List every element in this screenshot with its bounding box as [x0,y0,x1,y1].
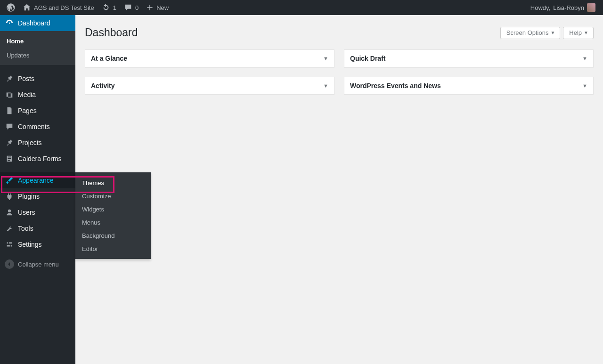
home-icon [23,3,31,12]
panel-quick-draft: Quick Draft ▼ [344,49,594,67]
panel-events-news: WordPress Events and News ▼ [344,77,594,95]
help-button[interactable]: Help ▼ [563,27,594,39]
panel-header[interactable]: Quick Draft ▼ [344,50,593,67]
panel-header[interactable]: Activity ▼ [85,77,334,94]
panel-at-a-glance: At a Glance ▼ [85,49,334,67]
sidebar-item-label: Media [18,91,36,98]
dashboard-icon [5,18,14,28]
new-content-menu[interactable]: New [142,0,172,15]
panel-header[interactable]: At a Glance ▼ [85,50,334,67]
panel-toggle-icon[interactable]: ▼ [323,83,328,89]
panel-header[interactable]: WordPress Events and News ▼ [344,77,593,94]
caret-down-icon: ▼ [550,30,555,35]
comment-icon [124,3,132,12]
sidebar-item-media[interactable]: Media [0,87,75,103]
submenu-item-home[interactable]: Home [0,34,75,48]
menu-separator [0,65,75,71]
sidebar-item-pages[interactable]: Pages [0,103,75,104]
user-name: Lisa-Robyn [553,4,584,11]
plus-icon [146,4,154,11]
updates-count: 1 [113,4,116,11]
page-title: Dashboard [85,26,138,39]
dashboard-panels: At a Glance ▼ Activity ▼ Quick Draft ▼ [85,49,594,95]
wp-logo-menu[interactable] [3,0,19,15]
content-inner: Dashboard Screen Options ▼ Help ▼ At a G… [75,15,603,104]
sidebar-item-posts[interactable]: Posts [0,71,75,87]
site-name-menu[interactable]: AGS and DS Test Site [19,0,98,15]
panel-title: WordPress Events and News [350,82,441,89]
panel-toggle-icon[interactable]: ▼ [582,56,587,61]
site-name-label: AGS and DS Test Site [34,4,94,11]
admin-sidebar: Dashboard Home Updates Posts Media Pages… [0,15,75,104]
sidebar-item-label: Posts [18,75,34,82]
my-account-menu[interactable]: Howdy, Lisa-Robyn [527,0,599,15]
howdy-prefix: Howdy, [530,4,550,11]
content-area: Dashboard Screen Options ▼ Help ▼ At a G… [75,0,603,104]
media-icon [5,90,14,99]
admin-bar-right: Howdy, Lisa-Robyn [527,0,599,15]
panel-column-left: At a Glance ▼ Activity ▼ [85,49,334,95]
sidebar-item-dashboard[interactable]: Dashboard [0,15,75,31]
screen-options-button[interactable]: Screen Options ▼ [500,27,561,39]
admin-bar-left: AGS and DS Test Site 1 0 New [3,0,172,15]
heading-row: Dashboard Screen Options ▼ Help ▼ [85,20,594,46]
top-buttons: Screen Options ▼ Help ▼ [500,27,594,39]
refresh-icon [102,3,110,12]
sidebar-item-label: Dashboard [18,19,50,27]
panel-title: At a Glance [91,55,127,62]
panel-title: Quick Draft [350,55,385,62]
pushpin-icon [5,74,14,83]
user-avatar [587,3,595,12]
wordpress-icon [7,3,15,12]
updates-menu[interactable]: 1 [98,0,120,15]
comments-count: 0 [135,4,139,11]
panel-title: Activity [91,82,115,89]
panel-activity: Activity ▼ [85,77,334,95]
panel-toggle-icon[interactable]: ▼ [582,83,587,89]
caret-down-icon: ▼ [584,30,588,35]
panel-toggle-icon[interactable]: ▼ [323,56,328,61]
comments-menu[interactable]: 0 [120,0,142,15]
new-label: New [156,4,169,11]
admin-bar: AGS and DS Test Site 1 0 New Howdy, Lisa… [0,0,603,15]
sidebar-submenu-dashboard: Home Updates [0,31,75,65]
panel-column-right: Quick Draft ▼ WordPress Events and News … [344,49,594,95]
submenu-item-updates[interactable]: Updates [0,48,75,62]
